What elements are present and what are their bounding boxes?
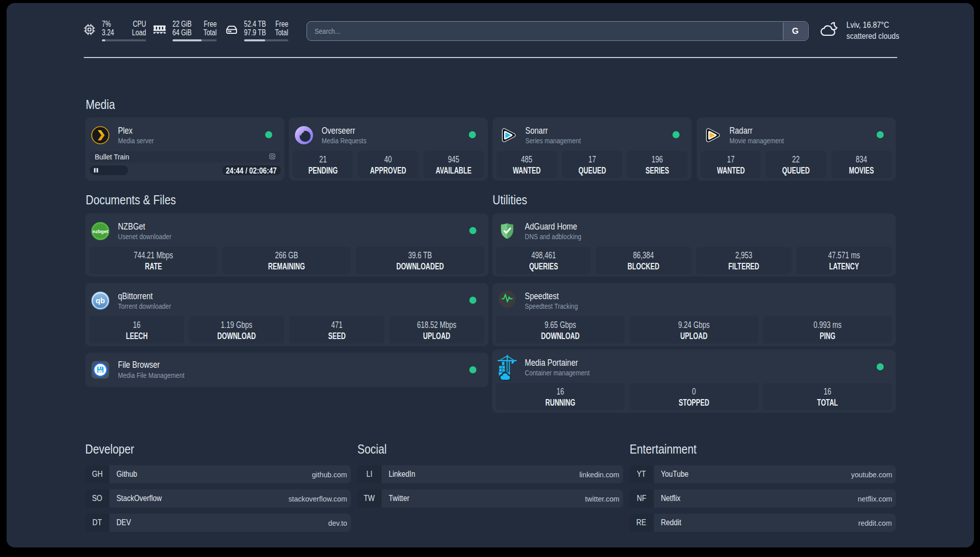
svg-text:qb: qb bbox=[95, 296, 104, 305]
svg-text:nzbget: nzbget bbox=[92, 229, 108, 234]
